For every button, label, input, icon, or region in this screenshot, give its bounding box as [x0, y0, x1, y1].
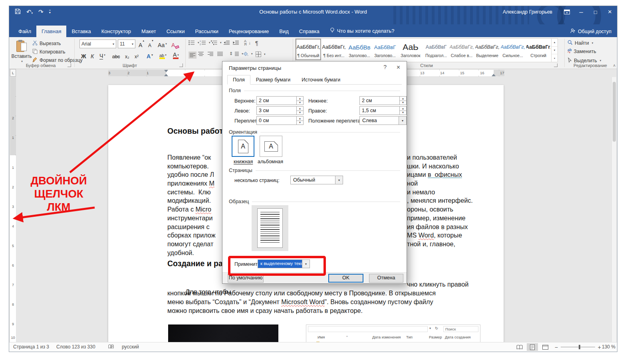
combo-chevron-icon[interactable]: ▾: [302, 260, 310, 268]
tab-design[interactable]: Конструктор: [96, 26, 136, 37]
ok-button[interactable]: OK: [328, 274, 363, 283]
top-margin-value[interactable]: 2 см: [257, 97, 296, 105]
left-margin-value[interactable]: 3 см: [257, 107, 296, 115]
spin-up-icon[interactable]: ▲: [400, 107, 406, 111]
read-mode-button[interactable]: [514, 343, 525, 351]
ribbon-display-options-icon[interactable]: [560, 6, 574, 18]
font-color-button[interactable]: А ▾: [173, 51, 179, 59]
sort-button[interactable]: АЯ ↓: [244, 40, 251, 46]
close-button[interactable]: ×: [603, 6, 617, 18]
style-title[interactable]: АаЬЗаголовок: [398, 39, 423, 60]
right-margin-value[interactable]: 1,5 см: [360, 107, 399, 115]
dialog-tab-paper-source[interactable]: Источник бумаги: [296, 75, 346, 85]
spin-up-icon[interactable]: ▲: [400, 97, 406, 101]
tab-references[interactable]: Ссылки: [161, 26, 190, 37]
orientation-portrait-button[interactable]: A: [232, 136, 254, 157]
shading-button[interactable]: ▾: [243, 51, 253, 56]
style-subtle-emphasis[interactable]: АаБбВвГг,Слабое в...: [449, 39, 474, 60]
font-name-combo[interactable]: Arial ▾: [79, 40, 116, 48]
multiple-pages-combo[interactable]: Обычный ▾: [290, 176, 343, 184]
style-emphasis[interactable]: АаБбВвГг,Выделение: [474, 39, 500, 60]
tab-home[interactable]: Главная: [36, 26, 66, 37]
print-layout-button[interactable]: [527, 343, 538, 351]
zoom-slider-thumb[interactable]: [579, 345, 580, 349]
clear-formatting-button[interactable]: А: [171, 40, 179, 48]
zoom-in-button[interactable]: +: [598, 344, 601, 350]
maximize-button[interactable]: □: [588, 6, 603, 18]
change-case-button[interactable]: Аа▾: [158, 40, 167, 48]
tab-mailings[interactable]: Рассылки: [190, 26, 223, 37]
language-indicator[interactable]: русский: [122, 344, 139, 350]
style-subtitle[interactable]: АаБбВвГПодзагол...: [423, 39, 449, 60]
minimize-button[interactable]: ─: [574, 6, 588, 18]
zoom-out-button[interactable]: −: [555, 344, 558, 350]
styles-scroll-up-icon[interactable]: ▲: [552, 39, 558, 46]
justify-button[interactable]: [217, 51, 223, 56]
replace-button[interactable]: ab↷ Заменить: [568, 49, 596, 54]
italic-button[interactable]: К: [91, 51, 94, 59]
orientation-landscape-button[interactable]: A: [260, 136, 282, 157]
text-effects-button[interactable]: А▾: [147, 51, 153, 59]
zoom-slider-track[interactable]: [561, 347, 595, 347]
spin-down-icon[interactable]: ▼: [297, 111, 303, 115]
tab-insert[interactable]: Вставка: [66, 26, 96, 37]
style-heading2[interactable]: АаБбВвГЗаголово...: [372, 39, 398, 60]
combo-chevron-icon[interactable]: ▾: [335, 176, 343, 184]
style-no-spacing[interactable]: АаБбВвГг,¶ Без инт...: [321, 39, 347, 60]
user-name[interactable]: Александр Григорьев: [503, 9, 552, 15]
grow-font-button[interactable]: А▲: [139, 40, 145, 48]
show-marks-button[interactable]: ¶: [255, 40, 258, 46]
zoom-level[interactable]: 130 %: [602, 344, 615, 350]
tab-review[interactable]: Рецензирование: [224, 26, 274, 37]
gutter-spinner[interactable]: 0 см ▲▼: [256, 116, 304, 125]
align-right-button[interactable]: [208, 51, 213, 56]
font-size-combo[interactable]: 11 ▾: [118, 40, 135, 48]
gutter-value[interactable]: 0 см: [257, 117, 296, 125]
underline-button[interactable]: Ч▾: [99, 51, 105, 59]
dialog-help-icon[interactable]: ?: [383, 64, 387, 70]
font-dialog-launcher-icon[interactable]: [179, 63, 183, 67]
share-button[interactable]: Общий доступ: [570, 28, 611, 35]
increase-indent-button[interactable]: [233, 40, 239, 45]
right-margin-spinner[interactable]: 1,5 см ▲▼: [359, 106, 407, 115]
bullet-list-button[interactable]: ▾: [189, 40, 199, 45]
scrollbar-thumb[interactable]: [613, 82, 616, 142]
hanging-indent-marker[interactable]: [164, 74, 168, 76]
align-center-button[interactable]: [198, 51, 204, 56]
top-margin-spinner[interactable]: 2 см ▲▼: [256, 96, 304, 105]
multilevel-list-button[interactable]: ▾: [211, 40, 222, 45]
style-intense-emphasis[interactable]: АаБбВвГг,Сильное...: [500, 39, 526, 60]
apply-to-combo[interactable]: к выделенному тексту ▾: [258, 259, 310, 268]
superscript-button[interactable]: x²: [135, 51, 139, 59]
highlight-button[interactable]: ab ▾: [159, 51, 167, 59]
styles-dialog-launcher-icon[interactable]: [554, 63, 558, 67]
align-left-button[interactable]: [189, 51, 196, 59]
dialog-tab-margins[interactable]: Поля: [227, 75, 250, 85]
tab-help[interactable]: Справка: [294, 26, 325, 37]
line-spacing-button[interactable]: ⇕ ▾: [229, 51, 243, 56]
numbered-list-button[interactable]: 12 ▾: [200, 40, 210, 45]
cancel-button[interactable]: Отмена: [369, 274, 403, 283]
decrease-indent-button[interactable]: [224, 40, 230, 45]
tab-view[interactable]: Вид: [274, 26, 294, 37]
proofing-icon[interactable]: [108, 344, 114, 350]
copy-button[interactable]: Копировать: [32, 49, 65, 55]
bottom-margin-value[interactable]: 2 см: [360, 97, 399, 105]
shrink-font-button[interactable]: А▼: [148, 40, 154, 48]
vertical-scrollbar[interactable]: [611, 77, 616, 343]
set-default-button[interactable]: По умолчанию: [228, 274, 264, 283]
dialog-tab-paper-size[interactable]: Размер бумаги: [250, 75, 296, 85]
subscript-button[interactable]: x₂: [125, 51, 129, 59]
spin-down-icon[interactable]: ▼: [297, 121, 303, 125]
format-painter-button[interactable]: Формат по образцу: [32, 57, 83, 63]
borders-button[interactable]: ▾: [256, 51, 266, 57]
spin-up-icon[interactable]: ▲: [297, 97, 303, 101]
spin-down-icon[interactable]: ▼: [297, 101, 303, 105]
collapse-ribbon-icon[interactable]: ˄: [613, 63, 615, 68]
strikethrough-button[interactable]: abc: [112, 51, 120, 59]
style-normal[interactable]: АаБбВвГг,¶ Обычный: [296, 39, 321, 60]
spin-up-icon[interactable]: ▲: [297, 117, 303, 121]
gutter-position-combo[interactable]: Слева ▾: [359, 116, 407, 125]
bottom-margin-spinner[interactable]: 2 см ▲▼: [359, 96, 407, 105]
styles-scroll-down-icon[interactable]: ▼: [552, 46, 558, 54]
